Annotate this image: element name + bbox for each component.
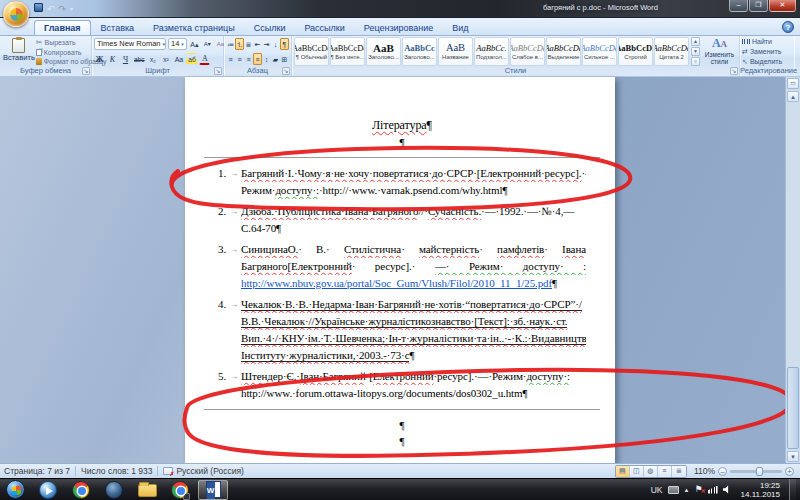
shading-icon[interactable]: ▰ — [271, 53, 280, 65]
language-indicator[interactable]: Русский (Россия) — [176, 466, 243, 476]
show-desktop-button[interactable] — [789, 479, 796, 500]
font-color-button[interactable]: А — [199, 53, 210, 65]
network-icon[interactable] — [708, 486, 718, 494]
tab-review[interactable]: Рецензирование — [355, 21, 443, 35]
zoom-track[interactable] — [730, 470, 782, 473]
style-chip[interactable]: AaBbCcDcЦитата 2 — [654, 37, 689, 66]
styles-up-icon[interactable]: ▲ — [691, 37, 700, 46]
justify-icon[interactable]: ≡ — [253, 53, 262, 65]
increase-indent-icon[interactable]: ⇥ — [262, 38, 271, 50]
taskbar-chrome[interactable] — [66, 480, 96, 500]
style-chip[interactable]: AaBbCcDc¶ Обычный — [294, 37, 329, 66]
paste-button[interactable]: Вставить — [2, 37, 36, 66]
show-marks-icon[interactable]: ¶ — [280, 38, 289, 50]
restore-button[interactable]: ❐ — [749, 0, 768, 12]
clock[interactable]: 19:25 14.11.2015 — [741, 481, 780, 499]
scrollbar-thumb[interactable] — [787, 367, 799, 449]
scroll-up-icon[interactable]: ▲ — [787, 91, 799, 102]
style-chip[interactable]: AaBbCcDcВыделение — [546, 37, 581, 66]
print-layout-icon[interactable]: ▤ — [616, 466, 630, 477]
style-chip[interactable]: AaBbCcDcСтрогий — [618, 37, 653, 66]
decrease-indent-icon[interactable]: ⇤ — [253, 38, 262, 50]
italic-button[interactable]: К — [107, 53, 118, 65]
align-left-icon[interactable]: ≡ — [226, 53, 235, 65]
clipboard-dialog-launcher[interactable]: ↘ — [82, 67, 90, 75]
keyboard-language[interactable]: UK — [651, 485, 663, 495]
tab-insert[interactable]: Вставка — [92, 21, 143, 35]
numbering-icon[interactable]: ⒈ — [235, 38, 244, 50]
borders-icon[interactable]: ⊞ — [280, 53, 289, 65]
zoom-thumb[interactable] — [756, 467, 763, 476]
bullets-icon[interactable]: ≔ — [226, 38, 235, 50]
outline-view-icon[interactable]: ≡ — [658, 466, 672, 477]
subscript-button[interactable]: x₂ — [147, 53, 158, 65]
multilevel-list-icon[interactable]: ≣ — [244, 38, 253, 50]
start-button[interactable] — [6, 480, 25, 499]
change-case-button[interactable]: Aa — [173, 53, 184, 65]
zoom-level[interactable]: 110% — [694, 466, 715, 476]
tab-mailings[interactable]: Рассылки — [295, 21, 353, 35]
line-spacing-icon[interactable]: ↕ — [262, 53, 271, 65]
highlight-button[interactable]: аб — [186, 53, 197, 65]
show-hidden-icons[interactable]: ▲ — [684, 487, 690, 493]
select-button[interactable]: ↖Выделить — [742, 57, 792, 66]
tab-references[interactable]: Ссылки — [245, 21, 295, 35]
grow-font-button[interactable]: А▴ — [189, 38, 200, 50]
proofing-error-icon[interactable] — [163, 467, 173, 475]
paragraph-dialog-launcher[interactable]: ↘ — [282, 67, 290, 75]
scroll-down-icon[interactable]: ▼ — [787, 451, 799, 462]
minimize-button[interactable]: – — [729, 0, 748, 12]
replace-button[interactable]: ⇄Заменить — [742, 47, 792, 56]
strikethrough-button[interactable]: abc — [133, 53, 145, 65]
change-styles-button[interactable]: AA Изменить стили — [702, 37, 737, 66]
styles-dialog-launcher[interactable]: ↘ — [730, 67, 738, 75]
keyboard-icon[interactable] — [668, 486, 679, 494]
office-button[interactable] — [3, 1, 29, 27]
superscript-button[interactable]: x² — [160, 53, 171, 65]
taskbar-globe-app[interactable] — [99, 480, 129, 500]
zoom-in-button[interactable]: + — [785, 467, 794, 476]
font-dialog-launcher[interactable]: ↘ — [214, 67, 222, 75]
style-chip[interactable]: AaBbCcDc¶ Без инте... — [330, 37, 365, 66]
bold-button[interactable]: Ж — [94, 53, 105, 65]
taskbar-wmp[interactable] — [33, 480, 63, 500]
word-count[interactable]: Число слов: 1 933 — [81, 466, 152, 476]
fullscreen-reading-icon[interactable]: ◫ — [630, 466, 644, 477]
find-button[interactable]: Найти — [742, 37, 792, 46]
style-chip[interactable]: AaBЗаголово... — [366, 37, 401, 66]
taskbar-word-active[interactable] — [198, 480, 228, 500]
document-page[interactable]: Література¶ ¶ 1.→Багряний·І.·Чому·я·не·х… — [185, 77, 615, 463]
tab-page-layout[interactable]: Разметка страницы — [144, 21, 244, 35]
close-button[interactable]: ✕ — [769, 0, 796, 12]
hyperlink[interactable]: http://www.nbuv.gov.ua/portal/Soc_Gum/Vl… — [241, 277, 552, 289]
align-right-icon[interactable]: ≡ — [244, 53, 253, 65]
volume-icon[interactable] — [723, 485, 732, 494]
style-chip[interactable]: AaBbCcЗаголово... — [402, 37, 437, 66]
style-chip[interactable]: АаВНазвание — [438, 37, 473, 66]
vertical-scrollbar[interactable]: ▭ ▲ ▼ — [785, 77, 800, 463]
tab-view[interactable]: Вид — [443, 21, 477, 35]
shrink-font-button[interactable]: А▾ — [202, 38, 213, 50]
undo-button[interactable]: ↶ — [47, 3, 55, 15]
redo-button[interactable]: ↷ — [59, 3, 67, 15]
help-icon[interactable]: ? — [782, 21, 794, 33]
page-indicator[interactable]: Страница: 7 из 7 — [4, 466, 70, 476]
web-layout-icon[interactable]: ◍ — [644, 466, 658, 477]
align-center-icon[interactable]: ≡ — [235, 53, 244, 65]
font-size-select[interactable]: 14▾ — [168, 38, 187, 50]
save-button[interactable] — [34, 3, 43, 15]
style-chip[interactable]: AaBbCc.Подзагол... — [474, 37, 509, 66]
styles-more-icon[interactable]: ▿ — [691, 57, 700, 66]
style-chip[interactable]: AaBbCcDcСильное ... — [582, 37, 617, 66]
underline-button[interactable]: Ч — [120, 53, 131, 65]
taskbar-chrome-2[interactable] — [165, 480, 195, 500]
tab-home[interactable]: Главная — [34, 20, 91, 35]
styles-down-icon[interactable]: ▼ — [691, 47, 700, 56]
zoom-out-button[interactable]: – — [718, 467, 727, 476]
qat-customize-button[interactable]: ▾ — [70, 3, 73, 15]
font-family-select[interactable]: Times New Roman▾ — [94, 38, 166, 50]
style-chip[interactable]: AaBbCcDcСлабое в... — [510, 37, 545, 66]
taskbar-explorer[interactable] — [132, 480, 162, 500]
sort-icon[interactable]: ↓ — [271, 38, 280, 50]
action-center-flag-icon[interactable]: ⚑ — [694, 485, 702, 494]
